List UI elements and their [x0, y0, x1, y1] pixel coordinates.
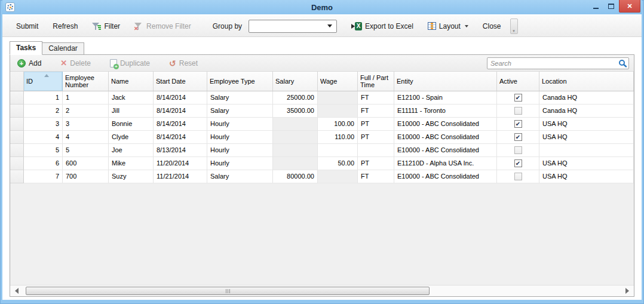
- cell-location[interactable]: Canada HQ: [539, 105, 634, 118]
- cell-name[interactable]: Jill: [109, 105, 154, 118]
- row-indicator[interactable]: [10, 91, 24, 105]
- cell-employee-type[interactable]: Salary: [207, 91, 273, 105]
- column-header-name[interactable]: Name: [109, 72, 154, 91]
- delete-button[interactable]: ✕ Delete: [60, 59, 91, 67]
- scroll-left-icon[interactable]: [15, 288, 19, 294]
- cell-entity[interactable]: E10000 - ABC Consolidated: [394, 118, 497, 131]
- cell-start-date[interactable]: 11/21/2014: [154, 170, 207, 183]
- column-header-location[interactable]: Location: [539, 72, 634, 91]
- cell-salary[interactable]: 80000.00: [273, 170, 318, 183]
- duplicate-button[interactable]: + Duplicate: [110, 59, 150, 67]
- cell-entity[interactable]: E10000 - ABC Consolidated: [394, 131, 497, 144]
- cell-entity[interactable]: E11210D - Alpha USA Inc.: [394, 157, 497, 170]
- refresh-button[interactable]: Refresh: [50, 20, 81, 33]
- cell-name[interactable]: Suzy: [109, 170, 154, 183]
- cell-location[interactable]: USA HQ: [539, 118, 634, 131]
- active-checkbox[interactable]: ✔: [514, 94, 522, 102]
- cell-employee-number[interactable]: 1: [63, 91, 109, 105]
- cell-wage[interactable]: [318, 91, 358, 105]
- active-checkbox[interactable]: ✔: [514, 133, 522, 141]
- cell-salary[interactable]: [273, 131, 318, 144]
- column-header-entity[interactable]: Entity: [394, 72, 497, 91]
- search-input[interactable]: [487, 60, 618, 67]
- cell-employee-number[interactable]: 3: [63, 118, 109, 131]
- cell-entity[interactable]: E11111 - Toronto: [394, 105, 497, 118]
- cell-start-date[interactable]: 11/20/2014: [154, 157, 207, 170]
- column-header-salary[interactable]: Salary: [273, 72, 318, 91]
- cell-id[interactable]: 3: [24, 118, 63, 131]
- row-indicator[interactable]: [10, 105, 24, 118]
- cell-employee-type[interactable]: Salary: [207, 170, 273, 183]
- cell-id[interactable]: 5: [24, 144, 63, 157]
- cell-employee-type[interactable]: Hourly: [207, 144, 273, 157]
- cell-id[interactable]: 1: [24, 91, 63, 105]
- close-button[interactable]: ✕: [619, 0, 640, 13]
- group-by-select[interactable]: [249, 20, 337, 33]
- cell-id[interactable]: 2: [24, 105, 63, 118]
- cell-wage[interactable]: 50.00: [318, 157, 358, 170]
- column-header-wage[interactable]: Wage: [318, 72, 358, 91]
- row-indicator[interactable]: [10, 157, 24, 170]
- cell-full-part[interactable]: [358, 144, 394, 157]
- horizontal-scrollbar[interactable]: [10, 285, 634, 296]
- column-header-id[interactable]: ID: [24, 72, 63, 91]
- cell-wage[interactable]: 100.00: [318, 118, 358, 131]
- cell-full-part[interactable]: FT: [358, 105, 394, 118]
- toolbar-overflow-button[interactable]: ▾: [510, 19, 518, 34]
- row-indicator[interactable]: [10, 118, 24, 131]
- cell-full-part[interactable]: FT: [358, 91, 394, 105]
- cell-employee-number[interactable]: 5: [63, 144, 109, 157]
- cell-name[interactable]: Joe: [109, 144, 154, 157]
- cell-full-part[interactable]: PT: [358, 118, 394, 131]
- cell-salary[interactable]: [273, 157, 318, 170]
- cell-id[interactable]: 7: [24, 170, 63, 183]
- cell-wage[interactable]: [318, 105, 358, 118]
- tab-tasks[interactable]: Tasks: [10, 41, 42, 55]
- cell-wage[interactable]: 110.00: [318, 131, 358, 144]
- cell-full-part[interactable]: PT: [358, 131, 394, 144]
- cell-id[interactable]: 6: [24, 157, 63, 170]
- row-indicator[interactable]: [10, 131, 24, 144]
- row-indicator[interactable]: [10, 144, 24, 157]
- add-button[interactable]: + Add: [17, 59, 41, 67]
- cell-full-part[interactable]: PT: [358, 157, 394, 170]
- cell-salary[interactable]: [273, 118, 318, 131]
- reset-button[interactable]: ↺ Reset: [169, 59, 198, 68]
- column-header-active[interactable]: Active: [497, 72, 539, 91]
- active-checkbox[interactable]: ✔: [514, 159, 522, 167]
- cell-id[interactable]: 4: [24, 131, 63, 144]
- active-checkbox[interactable]: ✔: [514, 120, 522, 128]
- cell-employee-number[interactable]: 2: [63, 105, 109, 118]
- column-header-start-date[interactable]: Start Date: [154, 72, 207, 91]
- cell-location[interactable]: Canada HQ: [539, 91, 634, 105]
- scrollbar-thumb[interactable]: [26, 287, 430, 295]
- cell-location[interactable]: [539, 144, 634, 157]
- cell-employee-number[interactable]: 4: [63, 131, 109, 144]
- active-checkbox[interactable]: [514, 107, 522, 115]
- filter-button[interactable]: Filter: [89, 20, 123, 33]
- cell-full-part[interactable]: FT: [358, 170, 394, 183]
- cell-entity[interactable]: E10000 - ABC Consolidated: [394, 170, 497, 183]
- submit-button[interactable]: Submit: [13, 20, 41, 33]
- cell-employee-number[interactable]: 700: [63, 170, 109, 183]
- cell-name[interactable]: Mike: [109, 157, 154, 170]
- cell-location[interactable]: USA HQ: [539, 170, 634, 183]
- cell-start-date[interactable]: 8/14/2014: [154, 105, 207, 118]
- cell-name[interactable]: Clyde: [109, 131, 154, 144]
- maximize-button[interactable]: [603, 0, 619, 13]
- export-excel-button[interactable]: X Export to Excel: [348, 20, 416, 33]
- cell-employee-type[interactable]: Hourly: [207, 118, 273, 131]
- cell-name[interactable]: Jack: [109, 91, 154, 105]
- column-header-full-part[interactable]: Full / Part Time: [358, 72, 394, 91]
- cell-wage[interactable]: [318, 144, 358, 157]
- cell-salary[interactable]: 25000.00: [273, 91, 318, 105]
- minimize-button[interactable]: [588, 0, 603, 13]
- remove-filter-button[interactable]: ✕ Remove Filter: [131, 20, 194, 33]
- cell-start-date[interactable]: 8/14/2014: [154, 91, 207, 105]
- active-checkbox[interactable]: [514, 173, 522, 180]
- cell-employee-number[interactable]: 600: [63, 157, 109, 170]
- cell-entity[interactable]: E12100 - Spain: [394, 91, 497, 105]
- tab-calendar[interactable]: Calendar: [42, 42, 84, 54]
- cell-wage[interactable]: [318, 170, 358, 183]
- cell-employee-type[interactable]: Hourly: [207, 131, 273, 144]
